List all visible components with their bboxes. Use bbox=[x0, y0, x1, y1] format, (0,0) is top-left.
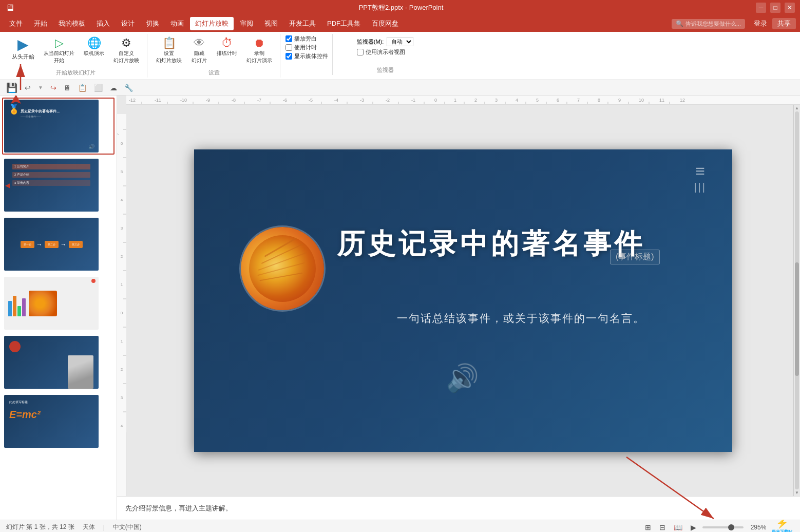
search-icon: 🔍 bbox=[676, 20, 683, 27]
group-label-setup: 设置 bbox=[208, 67, 220, 77]
svg-text:4: 4 bbox=[121, 198, 123, 202]
cloud-btn[interactable]: ☁ bbox=[108, 83, 119, 93]
slide1-thumb-icon: 🏅 bbox=[8, 104, 20, 115]
share-btn[interactable]: 共享 bbox=[772, 18, 796, 29]
slide-thumb-4[interactable]: 4 ★ bbox=[2, 275, 115, 332]
menubar: 文件 开始 我的模板 插入 设计 切换 动画 幻灯片放映 审阅 视图 开发工具 … bbox=[0, 15, 800, 32]
slide-inner-1: 🏅 历史记录中的著名事件... ——历史事件—— 🔊 bbox=[4, 100, 99, 153]
main-slide[interactable]: ≡ ||| bbox=[194, 149, 732, 452]
svg-text:6: 6 bbox=[557, 98, 559, 103]
svg-text:1: 1 bbox=[121, 282, 123, 287]
slide3-box3: 第三步 bbox=[69, 241, 83, 248]
playback-check-input[interactable] bbox=[285, 35, 292, 42]
presenter-view-check-input[interactable] bbox=[357, 49, 364, 55]
scroll-thumb-v[interactable] bbox=[795, 262, 799, 376]
clipboard-btn[interactable]: 📋 bbox=[76, 83, 89, 93]
menu-pdftools[interactable]: PDF工具集 bbox=[322, 17, 366, 30]
settings-btn[interactable]: 🔧 bbox=[122, 83, 135, 93]
menu-animation[interactable]: 动画 bbox=[165, 17, 189, 30]
sound-icon[interactable]: 🔊 bbox=[446, 363, 479, 394]
menu-slideshow[interactable]: 幻灯片放映 bbox=[190, 17, 234, 30]
scroll-track-v[interactable] bbox=[795, 111, 799, 489]
menu-view[interactable]: 视图 bbox=[259, 17, 283, 30]
save-quick-btn[interactable]: 💾 bbox=[4, 81, 20, 94]
rehearse-timing-btn[interactable]: ⏱ 排练计时 bbox=[213, 35, 241, 67]
window-controls: ─ □ ✕ bbox=[756, 3, 795, 13]
custom-show-btn[interactable]: ⚙ 自定义 幻灯片放映 bbox=[110, 35, 143, 67]
svg-text:5: 5 bbox=[121, 169, 123, 174]
group-label-monitor: 监视器 bbox=[377, 64, 394, 74]
zoom-slider[interactable] bbox=[702, 526, 744, 528]
ribbon-checkboxes: 播放旁白 使用计时 显示媒体控件 bbox=[285, 35, 328, 60]
show-controls-checkbox[interactable]: 显示媒体控件 bbox=[285, 52, 328, 60]
event-tag: (事件标题) bbox=[610, 250, 660, 264]
redo-btn[interactable]: ↪ bbox=[48, 83, 59, 93]
svg-text:8: 8 bbox=[598, 98, 600, 103]
slide-subtitle: 一句话总结该事件，或关于该事件的一句名言。 bbox=[397, 311, 645, 326]
menu-insert[interactable]: 插入 bbox=[91, 17, 115, 30]
login-btn[interactable]: 登录 bbox=[754, 19, 767, 28]
menu-start[interactable]: 开始 bbox=[29, 17, 52, 30]
from-start-btn[interactable]: ▶ 从头开始 bbox=[8, 35, 38, 67]
slide-sorter-btn[interactable]: ⊟ bbox=[657, 522, 668, 533]
online-label: 联机演示 bbox=[84, 50, 104, 57]
monitor-section: 监视器(M): 自动 使用演示者视图 bbox=[355, 35, 416, 58]
playback-checkbox[interactable]: 播放旁白 bbox=[285, 35, 328, 43]
menu-file[interactable]: 文件 bbox=[4, 17, 28, 30]
zoom-thumb[interactable] bbox=[728, 524, 734, 530]
slide-thumb-2[interactable]: 2 1 公司简介 2 产品介绍 3 举例内容 ◀ bbox=[2, 157, 115, 214]
slide4-image bbox=[29, 291, 57, 316]
monitor-select[interactable]: 自动 bbox=[387, 37, 413, 46]
menu-devtools[interactable]: 开发工具 bbox=[284, 17, 321, 30]
start-pres-btn[interactable]: 🖥 bbox=[62, 83, 73, 93]
svg-text:0: 0 bbox=[434, 98, 437, 103]
online-present-btn[interactable]: 🌐 联机演示 bbox=[80, 35, 108, 67]
record-btn[interactable]: ⏺ 录制 幻灯片演示 bbox=[243, 35, 276, 67]
close-btn[interactable]: ✕ bbox=[785, 3, 795, 13]
search-box[interactable]: 🔍 告诉我您想要做什么... bbox=[672, 19, 745, 29]
setup-slideshow-btn[interactable]: 📋 设置 幻灯片放映 bbox=[153, 35, 185, 67]
zoom-level: 295% bbox=[748, 524, 766, 531]
scroll-down-arrow[interactable]: ▼ bbox=[795, 490, 799, 495]
menu-baidu[interactable]: 百度网盘 bbox=[367, 17, 404, 30]
slide3-arrow1: → bbox=[36, 241, 43, 248]
svg-text:2: 2 bbox=[121, 367, 123, 372]
monitor-label: 监视器(M): bbox=[357, 38, 384, 46]
slide-panel[interactable]: 1 🏅 历史记录中的著名事件... ——历史事件—— 🔊 2 bbox=[0, 96, 117, 520]
setup-label: 设置 幻灯片放映 bbox=[156, 50, 182, 64]
maximize-btn[interactable]: □ bbox=[770, 3, 780, 13]
from-current-btn[interactable]: ▷ 从当前幻灯片 开始 bbox=[40, 35, 78, 67]
minimize-btn[interactable]: ─ bbox=[756, 3, 766, 13]
slide-thumb-6[interactable]: 6 此处填写标题 E=mc² bbox=[2, 393, 115, 450]
hide-slide-btn[interactable]: 👁 隐藏 幻灯片 bbox=[187, 35, 211, 67]
ribbon-group-start-slideshow: ▶ 从头开始 ▷ 从当前幻灯片 开始 🌐 联机演示 ⚙ 自定义 幻灯片放映 开始… bbox=[4, 34, 147, 78]
scroll-up-arrow[interactable]: ▲ bbox=[795, 106, 799, 110]
menu-review[interactable]: 审阅 bbox=[235, 17, 258, 30]
reading-view-btn[interactable]: 📖 bbox=[672, 522, 684, 533]
timing-label: 排练计时 bbox=[217, 50, 237, 57]
new-slide-btn[interactable]: ⬜ bbox=[92, 83, 105, 93]
slide4-dot bbox=[91, 279, 96, 283]
slide3-box1: 第一步 bbox=[21, 241, 34, 248]
slide-view-area[interactable]: ≡ ||| bbox=[126, 105, 800, 496]
svg-rect-50 bbox=[117, 114, 126, 432]
menu-template[interactable]: 我的模板 bbox=[53, 17, 90, 30]
use-timing-check-input[interactable] bbox=[285, 44, 292, 51]
slide-thumb-1[interactable]: 1 🏅 历史记录中的著名事件... ——历史事件—— 🔊 bbox=[2, 98, 115, 155]
slide2-item3: 3 举例内容 bbox=[14, 181, 29, 185]
window-title: PPT教程2.pptx - PowerPoint bbox=[46, 3, 756, 12]
use-timing-checkbox[interactable]: 使用计时 bbox=[285, 44, 328, 51]
menu-transition[interactable]: 切换 bbox=[141, 17, 164, 30]
undo-btn[interactable]: ↩ bbox=[23, 83, 33, 93]
show-controls-check-input[interactable] bbox=[285, 53, 292, 60]
speaker-notes: 先介绍背景信息，再进入主题讲解。 bbox=[117, 496, 800, 520]
slideshow-view-btn[interactable]: ▶ bbox=[689, 522, 698, 533]
presenter-view-checkbox[interactable]: 使用演示者视图 bbox=[357, 48, 414, 56]
slide-thumb-5[interactable]: 5 bbox=[2, 334, 115, 391]
svg-text:2: 2 bbox=[121, 254, 123, 259]
ruler-vertical: 7 6 5 4 3 2 1 0 1 bbox=[117, 114, 126, 496]
menu-design[interactable]: 设计 bbox=[116, 17, 140, 30]
v-scrollbar[interactable]: ▲ ▼ bbox=[793, 105, 800, 496]
normal-view-btn[interactable]: ⊞ bbox=[643, 522, 653, 533]
slide-thumb-3[interactable]: 3 第一步 → 第二步 → 第三步 bbox=[2, 216, 115, 273]
